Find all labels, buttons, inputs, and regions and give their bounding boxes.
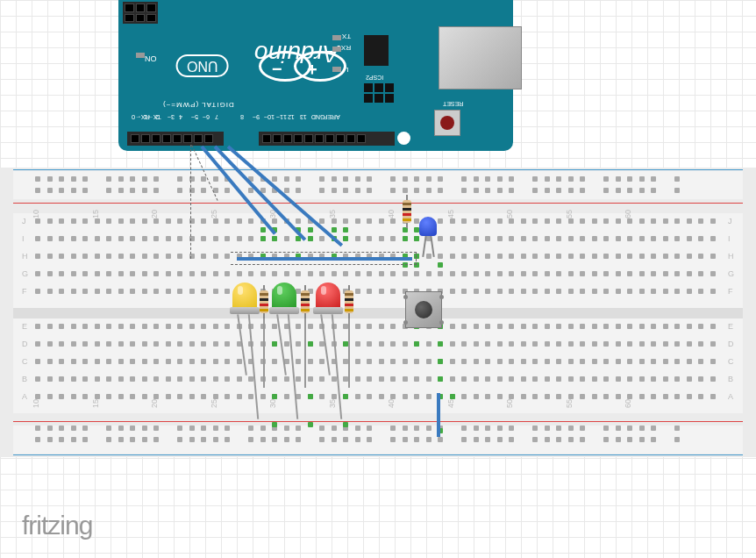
resistor-led1[interactable] — [260, 285, 268, 318]
txrx-labels: RXTX — [341, 31, 351, 54]
led-red[interactable] — [316, 283, 340, 314]
isp-header — [123, 2, 158, 24]
digital-pins-8-aref[interactable] — [259, 132, 395, 146]
icsp-header — [364, 83, 394, 103]
resistor-led2[interactable] — [301, 285, 310, 318]
logo-minus: − — [272, 59, 282, 79]
wire-horizontal-dashed[interactable] — [231, 252, 417, 265]
l-led — [332, 67, 341, 72]
icsp-label: ICSP2 — [366, 75, 383, 81]
digital-section-label: DIGITAL (PWM=~) — [162, 101, 234, 109]
r3-lead-bot — [348, 318, 350, 388]
on-label: ON — [145, 54, 157, 63]
resistor-pulldown[interactable] — [403, 195, 411, 228]
on-led — [136, 53, 145, 58]
r1-lead-bot — [263, 318, 265, 388]
breadboard[interactable]: 1010151520202525303035354040454550505555… — [0, 168, 756, 457]
wire-button-to-rail[interactable] — [437, 393, 440, 437]
capacitor-blue[interactable] — [419, 217, 437, 236]
breadboard-center-gap — [13, 308, 743, 318]
power-rail-top — [13, 171, 743, 199]
resistor-led3[interactable] — [345, 285, 353, 318]
capacitor-ic — [364, 35, 389, 66]
fritzing-watermark: fritzing — [22, 511, 92, 540]
led-green[interactable] — [272, 283, 296, 314]
reset-label: RESET — [443, 101, 463, 107]
pushbutton[interactable] — [405, 291, 442, 328]
model-label: UNO — [176, 54, 229, 77]
reset-button[interactable] — [434, 110, 460, 136]
digital-pins-0-7[interactable] — [127, 132, 224, 146]
l-label: L — [345, 66, 348, 74]
usb-port — [439, 26, 522, 89]
wire-pin3-dashed-vert[interactable] — [190, 145, 239, 259]
rx-led — [332, 35, 341, 40]
led-yellow[interactable] — [232, 283, 257, 314]
tx-led — [332, 46, 341, 52]
logo-plus: + — [307, 59, 317, 79]
mount-hole — [397, 132, 410, 145]
r2-lead-bot — [304, 318, 306, 388]
arduino-board[interactable]: ON UNO Arduino + − DIGITAL (PWM=~) RXTX … — [118, 0, 513, 151]
